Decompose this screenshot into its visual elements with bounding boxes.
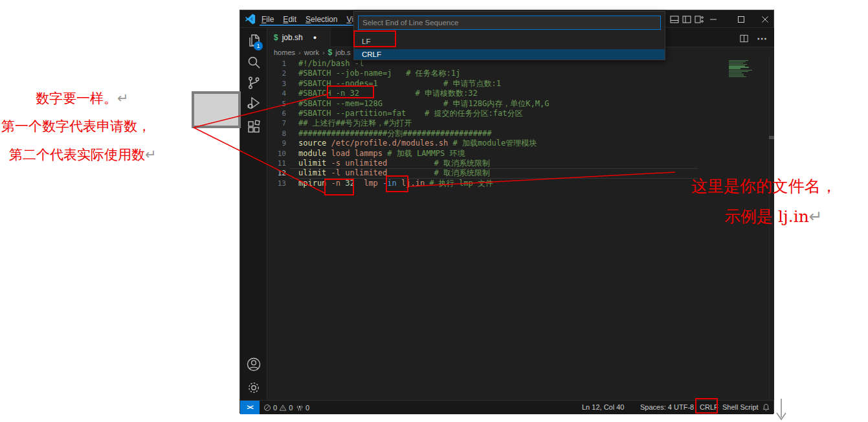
annotation-left-line1: 数字要一样。↵ xyxy=(36,89,129,107)
warning-icon xyxy=(279,404,287,412)
return-mark: ↵ xyxy=(117,91,129,106)
highlight-box-line13-n32 xyxy=(324,179,354,195)
menu-file[interactable]: File xyxy=(257,15,278,24)
warning-count: 0 xyxy=(289,404,293,412)
accounts-icon[interactable] xyxy=(246,357,262,372)
notifications-bell-icon[interactable] xyxy=(762,401,770,414)
extensions-icon[interactable] xyxy=(246,119,262,135)
status-language-mode[interactable]: Shell Script xyxy=(722,401,759,414)
code-editor[interactable]: 1#!/bin/bash -l2#SBATCH --job-name=j # 任… xyxy=(267,58,774,400)
code-line-5: 5#SBATCH --mem=128G # 申请128G内存，单位K,M,G xyxy=(267,99,774,109)
minimap-line xyxy=(729,65,745,66)
annotation-left-line3: 第二个代表实际使用数↵ xyxy=(9,146,157,164)
line-number: 5 xyxy=(267,99,286,109)
code-line-9: 9source /etc/profile.d/modules.sh # 加载mo… xyxy=(267,139,774,148)
page: { "colors": { "comment": "#6a9955", "fun… xyxy=(0,0,868,422)
minimap-line xyxy=(729,70,752,71)
split-editor-icon[interactable] xyxy=(739,34,749,43)
modified-dot-icon[interactable]: ● xyxy=(313,34,317,41)
toggle-sidebar-icon[interactable] xyxy=(682,14,692,25)
explorer-badge: 1 xyxy=(254,41,263,50)
activity-bar: 1 xyxy=(240,28,267,400)
minimap-line xyxy=(729,63,743,63)
code-area: 1#!/bin/bash -l2#SBATCH --job-name=j # 任… xyxy=(267,59,774,188)
minimap-line xyxy=(729,64,747,65)
minimap-line xyxy=(729,60,748,61)
more-actions-icon[interactable]: ⋯ xyxy=(757,32,768,45)
minimap[interactable] xyxy=(729,60,756,78)
problems-indicator[interactable]: 0 0 xyxy=(263,401,293,414)
status-bar: >< 0 0 0 Ln 12, Col 40Spaces: 4UTF-8CRLF… xyxy=(240,400,773,414)
shell-file-icon: $ xyxy=(274,33,278,42)
scrollbar-track[interactable] xyxy=(769,58,770,400)
source-control-icon[interactable] xyxy=(246,75,262,91)
chevron-right-icon: › xyxy=(298,49,301,56)
tab-job-sh[interactable]: $ job.sh ● xyxy=(267,28,331,47)
line-number: 8 xyxy=(267,129,286,139)
menu-underline-bar xyxy=(260,25,355,26)
quickpick-item-crlf[interactable]: CRLF xyxy=(354,49,665,60)
quick-input-field[interactable]: Select End of Line Sequence xyxy=(358,16,661,30)
return-mark: ↵ xyxy=(809,207,823,226)
minimap-line xyxy=(729,76,746,77)
search-icon[interactable] xyxy=(246,54,262,70)
code-line-2: 2#SBATCH --job-name=j # 任务名称:1j xyxy=(267,69,774,78)
maximize-button[interactable] xyxy=(736,14,746,25)
highlight-box-line4-n32 xyxy=(327,85,374,98)
toggle-panel-icon[interactable] xyxy=(669,14,680,25)
minimap-line xyxy=(729,72,742,73)
highlight-box-crlf-status xyxy=(695,398,718,414)
customize-layout-icon[interactable] xyxy=(694,14,704,25)
highlight-box-ljin xyxy=(386,175,408,192)
annotation-left-line2: 第一个数字代表申请数， xyxy=(1,117,151,135)
line-number: 10 xyxy=(267,149,286,159)
minimap-line xyxy=(729,68,740,69)
line-number: 7 xyxy=(267,118,286,128)
menu-selection[interactable]: Selection xyxy=(301,15,342,24)
minimap-line xyxy=(729,67,749,67)
minimap-line xyxy=(729,74,744,74)
quick-input-widget: Select End of Line Sequence LFCRLF xyxy=(353,11,665,60)
error-icon xyxy=(263,404,271,412)
ports-count: 0 xyxy=(306,404,309,412)
close-button[interactable] xyxy=(760,14,770,25)
ports-indicator[interactable]: 0 xyxy=(296,401,309,414)
code-line-1: 1#!/bin/bash -l xyxy=(267,59,774,69)
chevron-right-icon: › xyxy=(322,49,325,56)
annotation-right-line1: 这里是你的文件名， xyxy=(691,175,837,197)
breadcrumb-file[interactable]: job.s xyxy=(335,49,350,56)
code-line-8: 8###################分割##################… xyxy=(267,129,774,139)
run-debug-icon[interactable] xyxy=(246,95,262,111)
code-line-10: 10module load lammps # 加载 LAMMPS 环境 xyxy=(267,149,774,159)
code-line-7: 7## 上述行##号为注释，#为打开 xyxy=(267,118,774,128)
line-number: 4 xyxy=(267,89,286,98)
code-line-11: 11ulimit -s unlimited # 取消系统限制 xyxy=(267,159,774,168)
highlight-box-lf-option xyxy=(353,30,396,47)
menu-edit[interactable]: Edit xyxy=(278,15,301,24)
breadcrumb-item[interactable]: homes xyxy=(274,49,295,56)
minimap-line xyxy=(729,71,748,72)
status-encoding[interactable]: UTF-8 xyxy=(674,401,694,414)
breadcrumb-item[interactable]: work xyxy=(304,49,319,56)
quickpick-item-lf[interactable]: LF xyxy=(354,34,665,49)
status-indentation[interactable]: Spaces: 4 xyxy=(640,401,672,414)
scrollbar-thumb[interactable] xyxy=(769,136,774,139)
minimap-line xyxy=(729,75,744,76)
settings-gear-icon[interactable] xyxy=(246,380,262,395)
vscode-logo-icon xyxy=(245,14,256,25)
vscode-window: FileEditSelectionView 1 xyxy=(239,10,774,414)
line-number: 11 xyxy=(267,159,286,168)
minimize-button[interactable] xyxy=(708,14,718,25)
line-number: 9 xyxy=(267,139,286,148)
quick-input-list: LFCRLF xyxy=(354,34,665,60)
down-arrow-icon xyxy=(777,399,786,419)
shell-file-icon: $ xyxy=(328,48,333,57)
status-cursor-position[interactable]: Ln 12, Col 40 xyxy=(582,401,624,414)
return-mark: ↵ xyxy=(145,147,157,162)
error-count: 0 xyxy=(273,404,277,412)
minimap-line xyxy=(729,61,746,62)
line-number: 3 xyxy=(267,79,286,89)
remote-indicator[interactable]: >< xyxy=(240,401,260,414)
radio-tower-icon xyxy=(296,404,304,412)
line-number: 13 xyxy=(267,179,286,188)
